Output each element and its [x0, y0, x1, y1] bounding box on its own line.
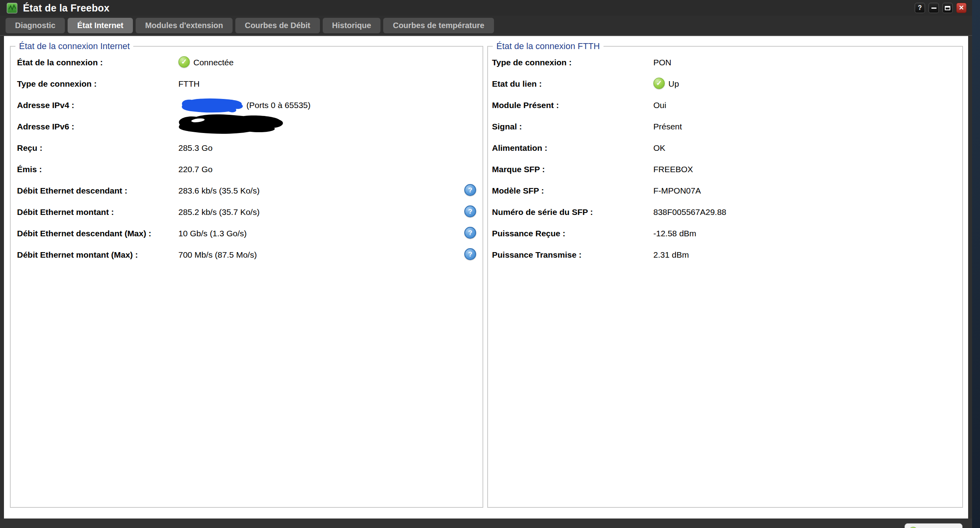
- row-value: F-MPON07A: [653, 185, 701, 196]
- tab-historique[interactable]: Historique: [323, 18, 381, 33]
- row-value: (Ports 0 à 65535): [246, 100, 310, 110]
- row-alimentation: Alimentation : OK: [492, 142, 962, 153]
- row-etat-lien: Etat du lien : ✓ Up: [492, 78, 962, 89]
- content-area: État de la connexion Internet État de la…: [4, 36, 968, 519]
- row-value: FTTH: [178, 78, 200, 89]
- minimize-button[interactable]: [929, 3, 939, 13]
- row-value: Connectée: [193, 57, 234, 68]
- panel-connexion-internet: État de la connexion Internet État de la…: [10, 46, 483, 508]
- help-icon[interactable]: ?: [464, 205, 476, 217]
- panel-connexion-ftth: État de la connexion FTTH Type de connex…: [487, 46, 963, 508]
- row-debit-descendant-max: Débit Ethernet descendant (Max) : 10 Gb/…: [17, 228, 482, 239]
- row-value: Présent: [653, 121, 682, 132]
- row-value: 283.6 kb/s (35.5 Ko/s): [178, 185, 259, 196]
- row-etat-connexion: État de la connexion : ✓ Connectée: [17, 57, 482, 68]
- tab-courbes-temperature[interactable]: Courbes de température: [383, 18, 494, 33]
- tab-modules-extension[interactable]: Modules d'extension: [136, 18, 233, 33]
- row-value: Up: [668, 78, 679, 89]
- tab-courbes-debit[interactable]: Courbes de Débit: [235, 18, 320, 33]
- help-icon[interactable]: ?: [464, 227, 476, 239]
- window-controls: ? ✕: [915, 3, 967, 13]
- minimize-icon: [931, 8, 936, 9]
- row-recu: Reçu : 285.3 Go: [17, 142, 482, 153]
- row-value: 285.2 kb/s (35.7 Ko/s): [178, 207, 259, 217]
- tab-diagnostic[interactable]: Diagnostic: [6, 18, 65, 33]
- row-adresse-ipv6: Adresse IPv6 :: [17, 121, 482, 132]
- panel-legend: État de la connexion FTTH: [493, 41, 604, 51]
- bottom-bar: [0, 519, 972, 528]
- row-debit-descendant: Débit Ethernet descendant : 283.6 kb/s (…: [17, 185, 482, 196]
- bottom-action-button[interactable]: [904, 523, 963, 528]
- check-icon: ✓: [178, 56, 190, 68]
- check-icon: ✓: [653, 78, 665, 89]
- row-value: 700 Mb/s (87.5 Mo/s): [178, 249, 257, 260]
- row-adresse-ipv4: Adresse IPv4 : (Ports 0 à 65535): [17, 100, 482, 110]
- title-bar: État de la Freebox ? ✕: [0, 0, 972, 16]
- row-value: 285.3 Go: [178, 142, 212, 153]
- row-type-connexion: Type de connexion : FTTH: [17, 78, 482, 89]
- row-value: 2.31 dBm: [653, 249, 689, 260]
- row-modele-sfp: Modèle SFP : F-MPON07A: [492, 185, 962, 196]
- tab-etat-internet[interactable]: État Internet: [68, 18, 133, 33]
- row-value: Oui: [653, 100, 666, 110]
- row-value: PON: [653, 57, 672, 68]
- freebox-status-window: État de la Freebox ? ✕ Diagnostic État I…: [0, 0, 972, 528]
- tab-strip: Diagnostic État Internet Modules d'exten…: [0, 16, 972, 36]
- row-type-connexion-ftth: Type de connexion : PON: [492, 57, 962, 68]
- row-value: FREEBOX: [653, 164, 693, 175]
- window-title: État de la Freebox: [23, 2, 110, 14]
- row-debit-montant: Débit Ethernet montant : 285.2 kb/s (35.…: [17, 207, 482, 217]
- help-window-button[interactable]: ?: [915, 3, 925, 13]
- row-value: OK: [653, 142, 665, 153]
- row-puissance-recue: Puissance Reçue : -12.58 dBm: [492, 228, 962, 239]
- help-icon[interactable]: ?: [464, 184, 476, 196]
- app-icon: [7, 3, 17, 13]
- row-marque-sfp: Marque SFP : FREEBOX: [492, 164, 962, 175]
- row-numero-serie-sfp: Numéro de série du SFP : 838F005567A29.8…: [492, 207, 962, 217]
- row-signal: Signal : Présent: [492, 121, 962, 132]
- maximize-icon: [945, 6, 950, 10]
- close-button[interactable]: ✕: [956, 3, 967, 13]
- ipv6-redaction-scribble: [173, 112, 287, 135]
- panel-legend: État de la connexion Internet: [15, 41, 133, 51]
- row-debit-montant-max: Débit Ethernet montant (Max) : 700 Mb/s …: [17, 249, 482, 260]
- row-module-present: Module Présent : Oui: [492, 100, 962, 110]
- help-icon[interactable]: ?: [464, 248, 476, 260]
- row-value: -12.58 dBm: [653, 228, 696, 239]
- maximize-button[interactable]: [942, 3, 953, 13]
- row-value: 220.7 Go: [178, 164, 212, 175]
- row-emis: Émis : 220.7 Go: [17, 164, 482, 175]
- row-value: 838F005567A29.88: [653, 207, 726, 217]
- row-value: 10 Gb/s (1.3 Go/s): [178, 228, 247, 239]
- row-puissance-transmise: Puissance Transmise : 2.31 dBm: [492, 249, 962, 260]
